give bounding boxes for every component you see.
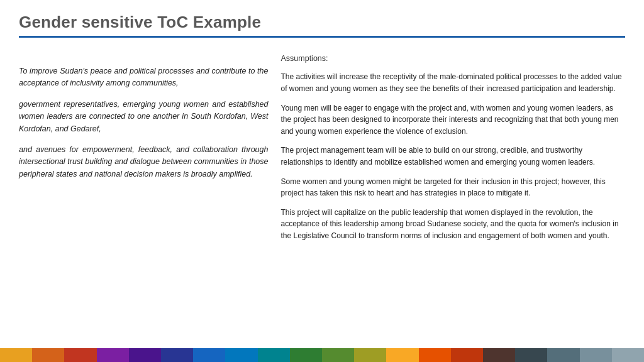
left-paragraph-1: government representatives, emerging you…: [19, 99, 268, 135]
slide: Gender sensitive ToC Example To improve …: [0, 0, 644, 362]
bar-segment-6: [193, 348, 225, 362]
bar-segment-10: [322, 348, 354, 362]
bar-segment-12: [386, 348, 418, 362]
bar-segment-17: [547, 348, 579, 362]
right-paragraph-4: This project will capitalize on the publ…: [280, 207, 625, 242]
bar-segment-8: [258, 348, 290, 362]
bar-segment-5: [161, 348, 193, 362]
right-paragraph-2: The project management team will be able…: [280, 145, 625, 168]
bar-segment-14: [451, 348, 483, 362]
bar-segment-11: [354, 348, 386, 362]
left-paragraph-0: To improve Sudan's peace and political p…: [19, 65, 268, 90]
bar-segment-19: [612, 348, 644, 362]
assumptions-label: Assumptions:: [280, 53, 625, 65]
title-underline: [19, 36, 625, 38]
bar-segment-7: [225, 348, 257, 362]
bar-segment-9: [290, 348, 322, 362]
content-area: To improve Sudan's peace and political p…: [19, 47, 625, 346]
bar-segment-13: [419, 348, 451, 362]
bar-segment-16: [515, 348, 547, 362]
bar-segment-18: [580, 348, 612, 362]
bar-segment-1: [32, 348, 64, 362]
bar-segment-4: [129, 348, 161, 362]
left-column: To improve Sudan's peace and political p…: [19, 47, 268, 346]
right-paragraph-1: Young men will be eager to engage with t…: [280, 102, 625, 138]
bar-segment-3: [97, 348, 129, 362]
right-paragraph-3: Some women and young women might be targ…: [280, 176, 625, 199]
bar-segment-0: [0, 348, 32, 362]
bar-segment-2: [64, 348, 96, 362]
left-paragraph-2: and avenues for empowerment, feedback, a…: [19, 144, 268, 180]
bar-segment-15: [483, 348, 515, 362]
page-title: Gender sensitive ToC Example: [19, 13, 625, 32]
right-column: Assumptions: The activities will increas…: [280, 47, 625, 346]
right-paragraph-0: The activities will increase the recepti…: [280, 71, 625, 94]
bottom-bar: [0, 348, 644, 362]
